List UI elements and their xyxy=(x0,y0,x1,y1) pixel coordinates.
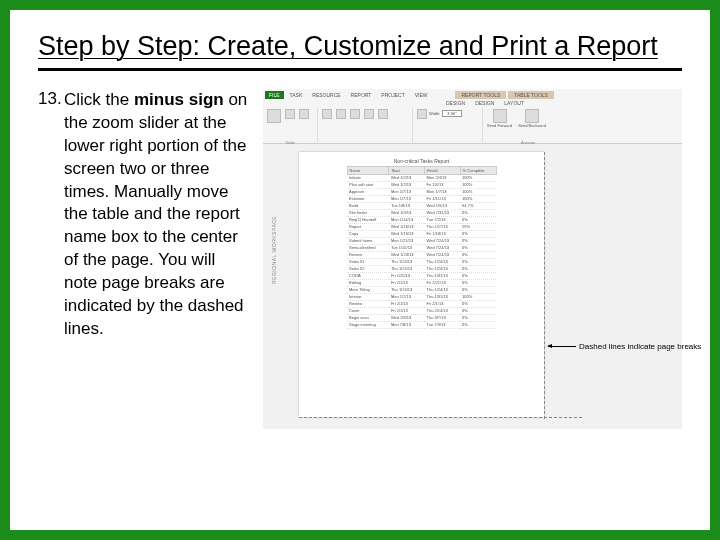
table-cell: Sales 01 xyxy=(347,258,389,265)
tab-task[interactable]: TASK xyxy=(286,91,307,99)
table-cell: Wed 1/16/13 xyxy=(389,223,425,230)
table-cell: Fri 1/11/13 xyxy=(424,195,460,202)
ribbon: FILE TASK RESOURCE REPORT PROJECT VIEW R… xyxy=(263,89,682,144)
table-cell: Wed 1/2/13 xyxy=(389,181,425,188)
table-cell: Mon 7/8/13 xyxy=(389,321,425,328)
table-cell: Wed 1/16/13 xyxy=(389,230,425,237)
menu-tabs: FILE TASK RESOURCE REPORT PROJECT VIEW R… xyxy=(263,89,682,99)
table-cell: Fri 1/4/13 xyxy=(424,181,460,188)
page-break-horizontal xyxy=(299,417,582,418)
align-icon[interactable] xyxy=(299,109,309,119)
tab-report[interactable]: REPORT xyxy=(347,91,376,99)
step-number: 13. xyxy=(38,89,64,109)
step-body: Click the minus sign on the zoom slider … xyxy=(64,89,249,341)
table-cell: Stage inserting xyxy=(347,321,389,328)
table-cell: 0% xyxy=(460,230,496,237)
table-row: ReviewWed 1/23/13Wed 7/24/130% xyxy=(347,251,496,258)
table-cell: Req(1) Handoff xyxy=(347,216,389,223)
table-cell: Mon 1/21/13 xyxy=(389,237,425,244)
style-icon-4[interactable] xyxy=(364,109,374,119)
step-part2: on the zoom slider at the lower right po… xyxy=(64,90,247,338)
table-cell: Wed 1/23/13 xyxy=(389,251,425,258)
height-icon[interactable] xyxy=(417,109,427,119)
table-row: Submit homeMon 1/21/13Wed 7/24/130% xyxy=(347,237,496,244)
callout-text: Dashed lines indicate page breaks xyxy=(579,342,701,351)
table-cell: Mon 1/7/13 xyxy=(424,188,460,195)
subtab-design1[interactable]: DESIGN xyxy=(442,99,469,107)
ribbon-body: Table xyxy=(263,107,682,147)
vertical-label: REGIONAL WORKSPACE xyxy=(271,216,277,284)
style-icon-5[interactable] xyxy=(378,109,388,119)
table-row: CODAFri 1/25/13Thu 1/31/130% xyxy=(347,272,496,279)
table-cell: Cover xyxy=(347,307,389,314)
table-cell: Fri 2/1/13 xyxy=(389,307,425,314)
tab-project[interactable]: PROJECT xyxy=(377,91,408,99)
table-cell: Report xyxy=(347,223,389,230)
width-label: Width: xyxy=(429,111,440,116)
table-cell: Fri 1/18/13 xyxy=(424,230,460,237)
table-cell: Thu 1/24/13 xyxy=(424,286,460,293)
table-row: Req(1) HandoffMon 1/14/13Tue 7/2/130% xyxy=(347,216,496,223)
table-cell: Initiate xyxy=(347,174,389,181)
table-cell: 0% xyxy=(460,279,496,286)
style-icon-1[interactable] xyxy=(322,109,332,119)
table-row: Sales 02Thu 1/24/13Thu 1/24/130% xyxy=(347,265,496,272)
table-cell: 100% xyxy=(460,181,496,188)
table-cell: Review xyxy=(347,300,389,307)
table-cell: Fri 2/1/13 xyxy=(389,300,425,307)
width-field[interactable]: 3.96" xyxy=(442,110,461,117)
style-icon-2[interactable] xyxy=(336,109,346,119)
table-cell: Sales 02 xyxy=(347,265,389,272)
table-cell: 0% xyxy=(460,272,496,279)
ribbon-sec-size: Width: 3.96" xyxy=(413,107,483,147)
table-cell: Wed 7/24/13 xyxy=(424,237,460,244)
table-cell: Thu 1/24/13 xyxy=(389,258,425,265)
col-header: % Complete xyxy=(460,166,496,174)
table-cell: Mon 1/7/13 xyxy=(389,293,425,300)
table-row: ReviewFri 2/1/13Fri 2/1/130% xyxy=(347,300,496,307)
table-row: CopyWed 1/16/13Fri 1/18/130% xyxy=(347,230,496,237)
send-backward-icon[interactable] xyxy=(525,109,539,123)
subtab-design2[interactable]: DESIGN xyxy=(471,99,498,107)
table-cell: Wed 1/2/13 xyxy=(389,174,425,181)
table-cell: More Titling xyxy=(347,286,389,293)
send-forward-icon[interactable] xyxy=(493,109,507,123)
table-cell: Thu 1/24/13 xyxy=(424,258,460,265)
tab-view[interactable]: VIEW xyxy=(411,91,432,99)
step-part1: Click the xyxy=(64,90,134,109)
table-cell: Copy xyxy=(347,230,389,237)
arrow-icon xyxy=(548,346,576,347)
col-header: Name xyxy=(347,166,389,174)
table-cell: Thu 2/14/13 xyxy=(424,307,460,314)
table-row: ReportWed 1/16/13Thu 1/17/1329% xyxy=(347,223,496,230)
ribbon-sec-mid xyxy=(318,107,413,147)
table-cell: 0% xyxy=(460,265,496,272)
table-cell: Thu 1/17/13 xyxy=(424,223,460,230)
table-cell: Mon 1/14/13 xyxy=(389,216,425,223)
table-cell: Review xyxy=(347,251,389,258)
table-cell: Submit home xyxy=(347,237,389,244)
tab-resource[interactable]: RESOURCE xyxy=(308,91,344,99)
slide-title: Step by Step: Create, Customize and Prin… xyxy=(38,30,682,64)
ribbon-sec-table: Table xyxy=(263,107,318,147)
table-row: InteriorMon 1/7/13Thu 1/31/13100% xyxy=(347,293,496,300)
table-row: Stage insertingMon 7/8/13Tue 7/9/130% xyxy=(347,321,496,328)
table-cell: CODA xyxy=(347,272,389,279)
step-bold: minus sign xyxy=(134,90,224,109)
tab-group-table: TABLE TOOLS xyxy=(508,91,554,99)
table-cell: Wed 1/9/13 xyxy=(389,209,425,216)
table-cell: Begin scan xyxy=(347,314,389,321)
subtab-layout[interactable]: LAYOUT xyxy=(500,99,528,107)
table-icon[interactable] xyxy=(267,109,281,123)
table-cell: 0% xyxy=(460,286,496,293)
table-cell: Approve xyxy=(347,188,389,195)
table-cell: Thu 1/24/13 xyxy=(424,265,460,272)
table-cell: Interior xyxy=(347,293,389,300)
margins-icon[interactable] xyxy=(285,109,295,119)
table-cell: Wed 7/24/13 xyxy=(424,251,460,258)
table-cell: Estimate xyxy=(347,195,389,202)
table-cell: 0% xyxy=(460,300,496,307)
tab-file[interactable]: FILE xyxy=(265,91,284,99)
table-cell: Thu 1/31/13 xyxy=(424,272,460,279)
style-icon-3[interactable] xyxy=(350,109,360,119)
